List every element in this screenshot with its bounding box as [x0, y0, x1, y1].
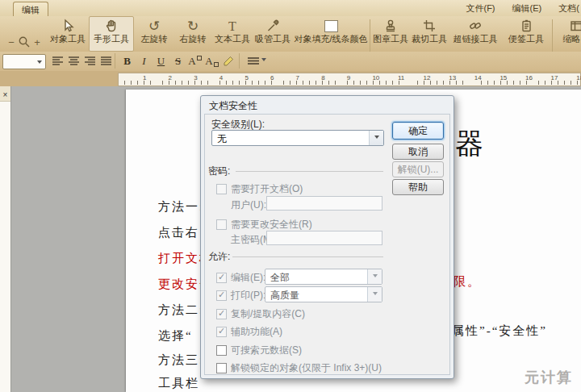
dialog-body: 安全级别(L): 无 确定 取消 解锁(U)... 帮助 密码: 需要打开文档(…	[204, 114, 450, 375]
ruler-number: 11	[398, 74, 404, 81]
cancel-button[interactable]: 取消	[392, 144, 444, 160]
document-security-dialog: 文档安全性 安全级别(L): 无 确定 取消 解锁(U)... 帮助 密码: 需…	[200, 95, 454, 379]
align-justify-icon	[101, 56, 111, 65]
font-size-combo[interactable]	[2, 54, 46, 69]
hand-icon	[104, 19, 119, 33]
doc-line: 方法三:	[158, 352, 204, 368]
doc-line: 选择“	[158, 328, 193, 344]
superscript-mark-icon	[197, 56, 202, 60]
menu-edit[interactable]: 编辑(E)	[512, 3, 542, 13]
note-icon	[519, 19, 533, 33]
bold-button[interactable]: B	[119, 53, 135, 69]
searchable-metadata-checkbox[interactable]: 可搜索元数据(S)	[216, 344, 302, 357]
line-style-icon	[248, 57, 259, 65]
crop-tool-button[interactable]: 裁切工具	[411, 17, 448, 51]
unlock-locked-objects-checkbox[interactable]: 解锁锁定的对象(仅限于 Infix 3+)(U)	[216, 361, 382, 375]
chevron-down-icon	[373, 292, 378, 298]
ribbon-toolbar: − + 100% 对象工具 手形工具 ↺ 左旋转 ↻ 右旋转 T 文本工具	[0, 16, 581, 52]
ruler-number: 16	[525, 74, 533, 81]
allow-edit-checkbox: 编辑(E):	[216, 271, 265, 285]
allow-section-label: 允许:	[208, 250, 230, 264]
underline-button[interactable]: U	[153, 53, 169, 69]
ruler-number: 9	[347, 74, 350, 81]
edit-permission-combo: 全部	[265, 269, 382, 285]
line-style-dropdown[interactable]	[244, 53, 270, 69]
stamp-tool-button[interactable]: 图章工具	[372, 17, 409, 51]
chevron-down-icon	[374, 136, 379, 141]
align-justify-button[interactable]	[98, 53, 114, 69]
help-button[interactable]: 帮助	[392, 179, 444, 195]
ruler-number: 3	[194, 74, 197, 81]
checkbox-checked-icon	[216, 273, 227, 283]
ruler-number: 4	[219, 74, 223, 81]
doc-line-fragment: 限。	[454, 274, 481, 290]
align-left-button[interactable]	[50, 53, 65, 69]
tab-edit[interactable]: 编辑	[13, 2, 48, 17]
doc-line: 方法二:	[158, 302, 204, 318]
ruler-number: 17	[551, 74, 558, 81]
close-icon[interactable]: ×	[3, 90, 8, 99]
checkbox-icon	[216, 219, 227, 230]
ruler-number: 18	[576, 74, 581, 81]
user-password-label: 用户(U):	[231, 198, 266, 212]
fill-line-color-button[interactable]: 对象填充/线条颜色	[294, 17, 368, 51]
chevron-down-icon	[261, 58, 266, 64]
subscript-button[interactable]: A	[204, 53, 219, 69]
rotate-left-icon: ↺	[148, 19, 160, 33]
ruler-number: 1	[143, 74, 146, 81]
zoom-in-button[interactable]: +	[33, 36, 41, 48]
menu-document[interactable]: 文档(	[558, 3, 579, 13]
ruler-number: 14	[474, 74, 482, 81]
italic-button[interactable]: I	[136, 53, 152, 69]
crop-icon	[422, 19, 437, 33]
magnifier-icon	[18, 35, 31, 48]
superscript-button[interactable]: A	[187, 53, 203, 69]
side-panel-strip: ×	[0, 86, 11, 392]
align-center-button[interactable]	[66, 53, 82, 69]
allow-accessibility-checkbox: 辅助功能(A)	[216, 325, 282, 339]
text-tool-icon: T	[228, 19, 236, 33]
dialog-title: 文档安全性	[209, 99, 257, 113]
ruler-number: 12	[424, 74, 431, 81]
cursor-icon	[61, 19, 75, 33]
allow-print-checkbox: 打印(P):	[216, 289, 265, 302]
checkbox-icon	[216, 184, 227, 194]
doc-line-fragment: 属性”-“安全性”	[452, 323, 547, 339]
align-left-icon	[52, 56, 63, 65]
print-permission-combo: 高质量	[265, 286, 382, 302]
object-tool-button[interactable]: 对象工具	[48, 17, 87, 51]
align-right-button[interactable]	[82, 53, 98, 69]
master-password-input	[266, 231, 382, 245]
app-window: 编辑 文件(F) 编辑(E) 文档( − + 100% 对象工具 手形工具 ↺ …	[0, 0, 581, 392]
strikethrough-button[interactable]: S	[170, 53, 186, 69]
ruler-number: 7	[296, 74, 299, 81]
require-open-password-checkbox[interactable]: 需要打开文档(O)	[216, 182, 303, 196]
hand-tool-button[interactable]: 手形工具	[89, 16, 134, 52]
thumbnail-panel-button[interactable]: 缩略图	[555, 17, 581, 51]
hyperlink-tool-button[interactable]: 超链接工具	[450, 17, 500, 51]
section-divider	[236, 171, 383, 172]
stamp-icon	[383, 19, 398, 33]
unlock-button: 解锁(U)...	[392, 161, 444, 177]
ruler-number: 2	[169, 74, 172, 81]
sticky-note-tool-button[interactable]: 便签工具	[504, 17, 549, 51]
ruler-number: 15	[499, 74, 507, 81]
text-tool-button[interactable]: T 文本工具	[213, 17, 252, 51]
eyedropper-tool-button[interactable]: 吸管工具	[253, 17, 292, 51]
ruler-number: 13	[449, 74, 456, 81]
rotate-left-button[interactable]: ↺ 左旋转	[136, 17, 173, 51]
ruler-number: 5	[245, 74, 248, 81]
highlighter-button[interactable]	[221, 53, 236, 69]
rotate-right-button[interactable]: ↻ 右旋转	[174, 17, 211, 51]
toolbar-separator	[239, 53, 240, 69]
chevron-down-icon	[373, 274, 378, 280]
security-level-combo[interactable]: 无	[211, 130, 384, 146]
menu-file[interactable]: 文件(F)	[466, 3, 495, 13]
doc-line: 工具栏	[158, 376, 199, 391]
require-change-password-checkbox[interactable]: 需要更改安全性(R)	[216, 218, 312, 231]
zoom-out-button[interactable]: −	[7, 36, 15, 48]
horizontal-ruler[interactable]: 123456789101112131415161718	[118, 73, 581, 86]
ok-button[interactable]: 确定	[392, 122, 444, 140]
checkbox-checked-icon	[216, 309, 227, 319]
ruler-number: 10	[372, 74, 379, 81]
